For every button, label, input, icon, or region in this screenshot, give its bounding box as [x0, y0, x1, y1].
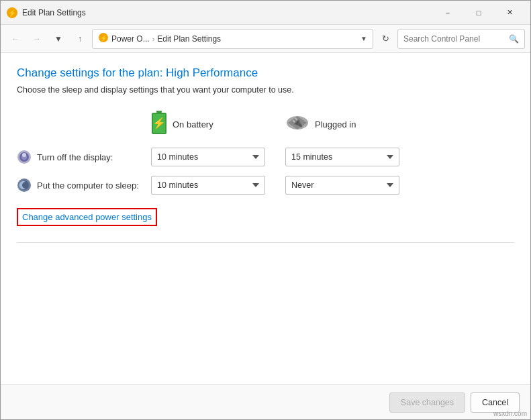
svg-text:🔌: 🔌 — [292, 117, 303, 128]
settings-section: ⚡ On battery 🔌 Plug — [17, 111, 514, 243]
search-box: 🔍 — [397, 29, 525, 49]
window-icon: ⚡ — [6, 7, 18, 19]
title-bar: ⚡ Edit Plan Settings − □ ✕ — [1, 1, 530, 25]
svg-point-15 — [22, 153, 26, 157]
page-title: Change settings for the plan: High Perfo… — [17, 66, 514, 80]
svg-text:⚡: ⚡ — [8, 9, 17, 17]
sleep-setting-label-text: Put the computer to sleep: — [37, 180, 139, 191]
svg-rect-4 — [156, 111, 162, 113]
breadcrumb: Power O... › Edit Plan Settings — [111, 34, 221, 44]
sleep-battery-dropdown[interactable]: 10 minutes 1 minute 2 minutes 3 minutes … — [151, 176, 265, 195]
advanced-power-settings-link[interactable]: Change advanced power settings — [22, 212, 152, 222]
plug-icon: 🔌 — [285, 113, 309, 136]
refresh-button[interactable]: ↻ — [376, 30, 395, 48]
sleep-icon — [17, 178, 32, 193]
battery-icon: ⚡ — [151, 111, 167, 138]
display-battery-dropdown[interactable]: 10 minutes 1 minute 2 minutes 3 minutes … — [151, 148, 265, 166]
display-setting-row: Turn off the display: 10 minutes 1 minut… — [17, 148, 514, 166]
svg-text:⚡: ⚡ — [100, 34, 108, 42]
save-changes-button[interactable]: Save changes — [389, 392, 465, 413]
sleep-label: Put the computer to sleep: — [17, 178, 151, 193]
display-pluggedin-dropdown[interactable]: 15 minutes 1 minute 2 minutes 5 minutes … — [285, 148, 399, 166]
advanced-link-container: Change advanced power settings — [17, 208, 157, 226]
display-battery-col: 10 minutes 1 minute 2 minutes 3 minutes … — [151, 148, 285, 166]
address-box[interactable]: ⚡ Power O... › Edit Plan Settings ▼ — [92, 29, 373, 49]
sleep-pluggedin-col: Never 1 minute 2 minutes 5 minutes 10 mi… — [285, 176, 420, 195]
window-controls: − □ ✕ — [432, 1, 525, 25]
window-title: Edit Plan Settings — [22, 8, 432, 17]
battery-column-header: ⚡ On battery — [151, 111, 285, 138]
minimize-button[interactable]: − — [432, 1, 463, 25]
pluggedin-column-label: Plugged in — [315, 119, 356, 129]
main-window: ⚡ Edit Plan Settings − □ ✕ ← → ▼ ↑ ⚡ Pow… — [0, 0, 531, 420]
forward-button[interactable]: → — [28, 30, 46, 48]
display-label: Turn off the display: — [17, 150, 151, 164]
battery-column-label: On battery — [173, 119, 213, 129]
close-button[interactable]: ✕ — [494, 1, 525, 25]
cancel-button[interactable]: Cancel — [471, 392, 520, 413]
pluggedin-column-header: 🔌 Plugged in — [285, 113, 420, 136]
display-pluggedin-col: 15 minutes 1 minute 2 minutes 5 minutes … — [285, 148, 420, 166]
maximize-button[interactable]: □ — [463, 1, 494, 25]
up-button[interactable]: ↑ — [70, 30, 89, 48]
display-setting-label-text: Turn off the display: — [37, 152, 113, 162]
address-icon: ⚡ — [98, 32, 109, 45]
column-headers: ⚡ On battery 🔌 Plug — [151, 111, 514, 138]
sleep-pluggedin-dropdown[interactable]: Never 1 minute 2 minutes 5 minutes 10 mi… — [285, 176, 399, 195]
breadcrumb-separator: › — [152, 35, 155, 43]
footer: Save changes Cancel — [1, 384, 530, 419]
content-area: Change settings for the plan: High Perfo… — [1, 53, 530, 384]
address-dropdown-arrow[interactable]: ▼ — [360, 35, 367, 42]
breadcrumb-parent: Power O... — [111, 34, 150, 44]
search-icon[interactable]: 🔍 — [509, 34, 519, 44]
display-icon — [17, 150, 32, 164]
page-subtitle: Choose the sleep and display settings th… — [17, 85, 514, 95]
breadcrumb-current: Edit Plan Settings — [157, 34, 221, 44]
svg-text:⚡: ⚡ — [152, 117, 166, 129]
search-input[interactable] — [403, 34, 505, 44]
sleep-battery-col: 10 minutes 1 minute 2 minutes 3 minutes … — [151, 176, 285, 195]
dropdown-button[interactable]: ▼ — [49, 30, 68, 48]
address-bar: ← → ▼ ↑ ⚡ Power O... › Edit Plan Setting… — [1, 25, 530, 53]
back-button[interactable]: ← — [6, 30, 25, 48]
sleep-setting-row: Put the computer to sleep: 10 minutes 1 … — [17, 176, 514, 195]
